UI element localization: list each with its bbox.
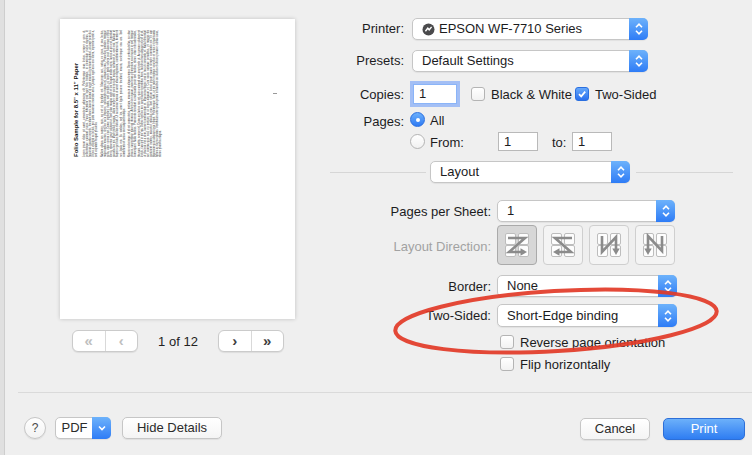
help-button[interactable]: ? bbox=[24, 417, 46, 439]
layout-direction-n-icon bbox=[642, 232, 668, 258]
reverse-orientation-checkbox[interactable] bbox=[500, 335, 514, 349]
updown-chevron-icon bbox=[629, 18, 648, 40]
section-value: Layout bbox=[440, 162, 479, 182]
layout-direction-z-button[interactable] bbox=[497, 225, 537, 265]
pdf-menu-button[interactable]: PDF bbox=[55, 417, 111, 439]
page-paragraph: Nullam aliqua ars sapien, quis, eg est u… bbox=[101, 30, 126, 157]
border-label: Border: bbox=[353, 279, 491, 294]
chevron-down-icon bbox=[92, 417, 111, 439]
pages-per-sheet-label: Pages per Sheet: bbox=[353, 204, 491, 219]
print-button[interactable]: Print bbox=[663, 418, 745, 440]
two-sided-select[interactable]: Short-Edge binding bbox=[497, 304, 677, 327]
page-title: Folio Sample for 8.5" x 11" Paper bbox=[73, 30, 80, 157]
pages-to-input[interactable]: 1 bbox=[572, 132, 612, 151]
pages-from-input[interactable]: 1 bbox=[498, 132, 538, 151]
pages-from-radio[interactable] bbox=[410, 134, 425, 149]
layout-direction-u-button[interactable] bbox=[589, 225, 629, 265]
two-sided-select-label: Two-Sided: bbox=[353, 308, 491, 323]
two-sided-check-label: Two-Sided bbox=[595, 87, 665, 102]
pages-all-label: All bbox=[430, 113, 470, 128]
hide-details-button[interactable]: Hide Details bbox=[122, 417, 222, 439]
black-white-checkbox[interactable] bbox=[471, 87, 485, 101]
pages-per-sheet-select[interactable]: 1 bbox=[497, 200, 675, 222]
printer-value: EPSON WF-7710 Series bbox=[439, 19, 582, 39]
pages-per-sheet-value: 1 bbox=[507, 201, 514, 221]
printer-label: Printer: bbox=[298, 21, 404, 36]
copies-input[interactable]: 1 bbox=[413, 84, 457, 104]
page-indicator: 1 of 12 bbox=[138, 334, 218, 349]
print-dialog: Folio Sample for 8.5" x 11" Paper Lorem … bbox=[0, 0, 752, 455]
two-sided-checkbox[interactable] bbox=[575, 87, 589, 101]
page-paragraph: Lorem ipsum dolor sit amet, consectetur … bbox=[83, 30, 98, 157]
footer-divider bbox=[18, 392, 752, 393]
page-content-rotated: Folio Sample for 8.5" x 11" Paper Lorem … bbox=[73, 30, 180, 157]
flip-horizontally-checkbox[interactable] bbox=[500, 357, 514, 371]
pages-from-label: From: bbox=[430, 135, 474, 150]
layout-direction-s-button[interactable] bbox=[543, 225, 583, 265]
presets-select[interactable]: Default Settings bbox=[412, 50, 648, 72]
section-divider-left bbox=[330, 172, 426, 173]
printer-status-icon bbox=[422, 23, 435, 36]
help-label: ? bbox=[32, 421, 39, 435]
last-page-button[interactable]: » bbox=[251, 331, 284, 351]
layout-direction-s-icon bbox=[550, 232, 576, 258]
pdf-label: PDF bbox=[56, 418, 93, 438]
next-page-button[interactable]: › bbox=[219, 331, 251, 351]
checkmark-icon bbox=[577, 89, 587, 99]
border-select[interactable]: None bbox=[497, 275, 677, 297]
two-sided-value: Short-Edge binding bbox=[507, 305, 618, 326]
pages-to-label: to: bbox=[552, 135, 572, 150]
page-nav-back-group: « ‹ bbox=[72, 330, 138, 352]
pages-all-radio[interactable] bbox=[410, 112, 425, 127]
presets-value: Default Settings bbox=[422, 51, 514, 71]
window-left-edge bbox=[0, 0, 5, 455]
first-page-button[interactable]: « bbox=[73, 331, 105, 351]
page-nav-forward-group: › » bbox=[218, 330, 284, 352]
reverse-orientation-label: Reverse page orientation bbox=[520, 335, 700, 350]
print-preview-page: Folio Sample for 8.5" x 11" Paper Lorem … bbox=[60, 19, 295, 319]
layout-direction-n-button[interactable] bbox=[635, 225, 675, 265]
updown-chevron-icon bbox=[656, 200, 675, 222]
updown-chevron-icon bbox=[658, 275, 677, 297]
layout-direction-z-icon bbox=[504, 232, 530, 258]
flip-horizontally-label: Flip horizontally bbox=[520, 357, 700, 372]
updown-chevron-icon bbox=[658, 304, 677, 327]
printer-select[interactable]: EPSON WF-7710 Series bbox=[412, 18, 648, 40]
page-footer-mark bbox=[273, 93, 277, 94]
cancel-button[interactable]: Cancel bbox=[580, 418, 650, 440]
pages-label: Pages: bbox=[298, 114, 404, 129]
section-divider-right bbox=[636, 172, 733, 173]
page-paragraph: Mauris scelerisque, id id est consectetu… bbox=[128, 30, 162, 157]
updown-chevron-icon bbox=[629, 50, 648, 72]
updown-chevron-icon bbox=[611, 161, 630, 183]
previous-page-button[interactable]: ‹ bbox=[105, 331, 138, 351]
layout-direction-label: Layout Direction: bbox=[353, 239, 491, 254]
layout-direction-u-icon bbox=[596, 232, 622, 258]
copies-label: Copies: bbox=[298, 87, 404, 102]
section-select[interactable]: Layout bbox=[430, 161, 630, 183]
border-value: None bbox=[507, 276, 538, 296]
presets-label: Presets: bbox=[298, 53, 404, 68]
black-white-label: Black & White bbox=[491, 87, 581, 102]
